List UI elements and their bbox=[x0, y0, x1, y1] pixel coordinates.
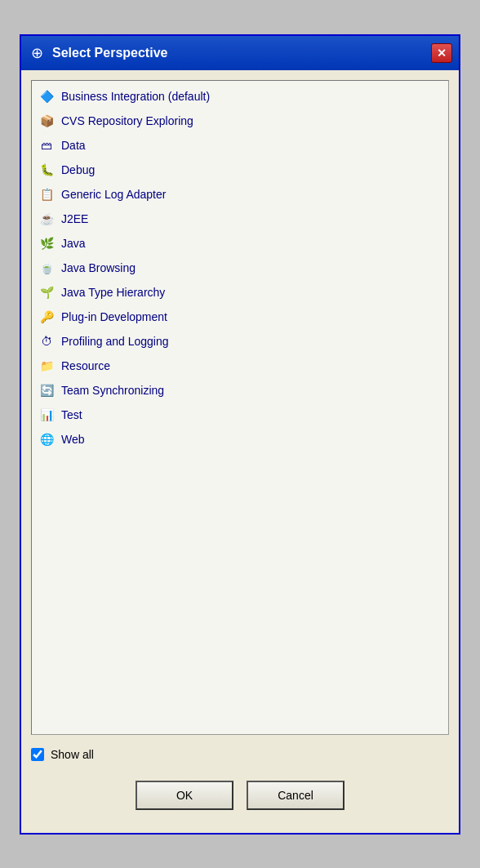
list-item-team-synchronizing[interactable]: 🔄Team Synchronizing bbox=[32, 378, 448, 403]
team-synchronizing-icon: 🔄 bbox=[38, 382, 55, 398]
list-item-test[interactable]: 📊Test bbox=[32, 403, 448, 427]
list-item-java-type-hierarchy[interactable]: 🌱Java Type Hierarchy bbox=[32, 280, 448, 305]
list-item-label-java-type-hierarchy: Java Type Hierarchy bbox=[61, 286, 165, 299]
cvs-repository-icon: 📦 bbox=[38, 113, 55, 129]
debug-icon: 🐛 bbox=[38, 162, 55, 178]
button-row: OK Cancel bbox=[31, 774, 449, 823]
list-item-label-test: Test bbox=[61, 408, 82, 421]
list-item-label-java-browsing: Java Browsing bbox=[61, 261, 136, 274]
plugin-development-icon: 🔑 bbox=[38, 309, 55, 325]
dialog-body: 🔷Business Integration (default)📦CVS Repo… bbox=[21, 70, 459, 833]
generic-log-icon: 📋 bbox=[38, 186, 55, 203]
list-item-java[interactable]: 🌿Java bbox=[32, 231, 448, 256]
show-all-label[interactable]: Show all bbox=[51, 748, 94, 761]
list-item-label-business-integration: Business Integration (default) bbox=[61, 90, 210, 103]
list-item-label-data: Data bbox=[61, 139, 86, 152]
list-item-resource[interactable]: 📁Resource bbox=[32, 354, 448, 378]
web-icon: 🌐 bbox=[38, 431, 55, 447]
list-item-generic-log[interactable]: 📋Generic Log Adapter bbox=[32, 182, 448, 207]
java-browsing-icon: 🍵 bbox=[38, 260, 55, 276]
list-item-cvs-repository[interactable]: 📦CVS Repository Exploring bbox=[32, 109, 448, 133]
title-bar-left: ⊕ Select Perspective bbox=[28, 44, 167, 62]
business-integration-icon: 🔷 bbox=[38, 88, 55, 105]
list-item-profiling-logging[interactable]: ⏱Profiling and Logging bbox=[32, 329, 448, 354]
select-perspective-dialog: ⊕ Select Perspective ✕ 🔷Business Integra… bbox=[20, 34, 460, 835]
test-icon: 📊 bbox=[38, 407, 55, 423]
show-all-row: Show all bbox=[31, 745, 449, 764]
j2ee-icon: ☕ bbox=[38, 211, 55, 227]
dialog-title: Select Perspective bbox=[52, 46, 167, 60]
list-item-label-web: Web bbox=[61, 433, 85, 446]
list-item-label-generic-log: Generic Log Adapter bbox=[61, 188, 166, 201]
show-all-checkbox[interactable] bbox=[31, 748, 44, 761]
list-item-label-resource: Resource bbox=[61, 359, 110, 372]
cancel-button[interactable]: Cancel bbox=[247, 781, 344, 810]
data-icon: 🗃 bbox=[38, 137, 55, 154]
list-item-label-plugin-development: Plug-in Development bbox=[61, 310, 167, 323]
close-button[interactable]: ✕ bbox=[431, 43, 452, 63]
list-item-data[interactable]: 🗃Data bbox=[32, 133, 448, 158]
list-item-business-integration[interactable]: 🔷Business Integration (default) bbox=[32, 84, 448, 109]
perspective-icon: ⊕ bbox=[28, 44, 46, 62]
list-item-plugin-development[interactable]: 🔑Plug-in Development bbox=[32, 305, 448, 329]
list-item-label-java: Java bbox=[61, 237, 86, 250]
list-item-java-browsing[interactable]: 🍵Java Browsing bbox=[32, 256, 448, 280]
list-item-label-profiling-logging: Profiling and Logging bbox=[61, 335, 169, 348]
list-item-label-cvs-repository: CVS Repository Exploring bbox=[61, 114, 193, 127]
list-item-label-debug: Debug bbox=[61, 163, 95, 176]
list-item-label-j2ee: J2EE bbox=[61, 212, 88, 225]
java-type-hierarchy-icon: 🌱 bbox=[38, 284, 55, 300]
list-item-label-team-synchronizing: Team Synchronizing bbox=[61, 384, 164, 397]
ok-button[interactable]: OK bbox=[136, 781, 233, 810]
perspectives-list[interactable]: 🔷Business Integration (default)📦CVS Repo… bbox=[31, 80, 449, 735]
java-icon: 🌿 bbox=[38, 235, 55, 251]
list-item-debug[interactable]: 🐛Debug bbox=[32, 158, 448, 182]
profiling-logging-icon: ⏱ bbox=[38, 333, 55, 349]
list-item-web[interactable]: 🌐Web bbox=[32, 427, 448, 452]
list-item-j2ee[interactable]: ☕J2EE bbox=[32, 207, 448, 231]
title-bar: ⊕ Select Perspective ✕ bbox=[21, 36, 459, 70]
resource-icon: 📁 bbox=[38, 358, 55, 374]
